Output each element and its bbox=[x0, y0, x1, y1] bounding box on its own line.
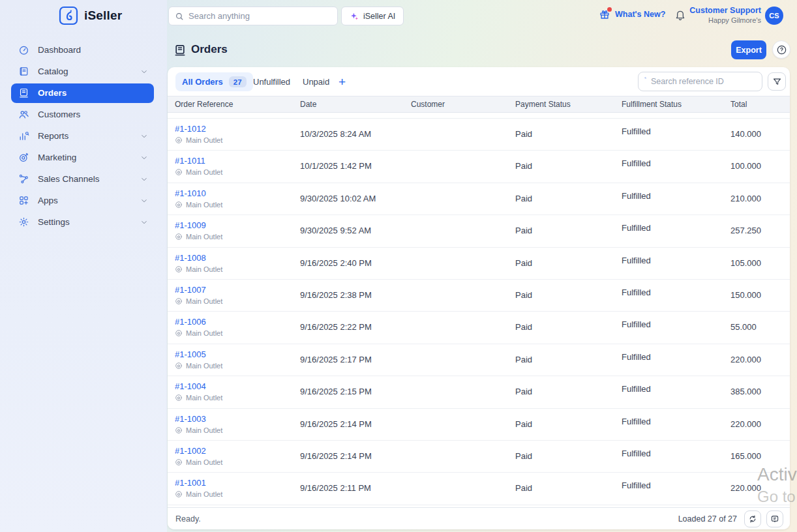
filter-button[interactable] bbox=[768, 72, 786, 91]
order-reference-link[interactable]: #1-1004 bbox=[175, 381, 206, 391]
order-reference-link[interactable]: #1-1007 bbox=[175, 285, 206, 295]
store-icon bbox=[175, 490, 183, 498]
table-row[interactable]: #1-1009Main Outlet9/30/2025 9:52 AMPaidF… bbox=[168, 215, 790, 247]
tabs-row: All Orders 27 Unfulfilled Unpaid + bbox=[168, 67, 790, 96]
export-button[interactable]: Export bbox=[731, 40, 766, 59]
search-icon bbox=[644, 77, 646, 86]
order-reference-link[interactable]: #1-1002 bbox=[175, 446, 206, 456]
fulfillment-status: Fulfilled bbox=[622, 480, 651, 490]
sidebar-item-reports[interactable]: Reports bbox=[11, 125, 154, 147]
refresh-button[interactable] bbox=[744, 510, 761, 527]
avatar[interactable]: CS bbox=[765, 7, 783, 25]
table-row[interactable]: #1-1004Main Outlet9/16/2025 2:15 PMPaidF… bbox=[168, 376, 790, 408]
status-bar: Ready. Loaded 27 of 27 bbox=[168, 507, 790, 529]
sidebar-item-label: Orders bbox=[38, 88, 67, 98]
order-date: 9/16/2025 2:38 PM bbox=[300, 290, 372, 300]
table-row[interactable]: #1-1012Main Outlet10/3/2025 8:24 AMPaidF… bbox=[168, 119, 790, 151]
table-row[interactable]: #1-1002Main Outlet9/16/2025 2:14 PMPaidF… bbox=[168, 441, 790, 473]
order-date: 10/1/2025 1:42 PM bbox=[300, 161, 372, 171]
order-reference-link[interactable]: #1-1001 bbox=[175, 478, 206, 488]
fulfillment-status: Fulfilled bbox=[622, 126, 651, 136]
store-icon bbox=[175, 265, 183, 273]
sidebar-item-orders[interactable]: Orders bbox=[11, 83, 154, 103]
order-total: 385.000 bbox=[730, 387, 761, 396]
payment-status: Paid bbox=[515, 290, 532, 300]
payment-status: Paid bbox=[515, 194, 532, 203]
sidebar-item-apps[interactable]: Apps bbox=[11, 190, 154, 211]
order-reference-link[interactable]: #1-1011 bbox=[175, 156, 205, 166]
table-row[interactable]: #1-1005Main Outlet9/16/2025 2:17 PMPaidF… bbox=[168, 344, 790, 376]
sidebar-item-label: Dashboard bbox=[38, 45, 81, 55]
outlet-label: Main Outlet bbox=[175, 490, 222, 498]
chevron-down-icon bbox=[140, 196, 149, 205]
reference-search-input[interactable] bbox=[651, 77, 756, 86]
global-search-input[interactable] bbox=[188, 11, 331, 21]
order-total: 220.000 bbox=[730, 483, 761, 493]
store-icon bbox=[175, 329, 183, 337]
tab-unpaid[interactable]: Unpaid bbox=[303, 72, 329, 91]
help-button[interactable] bbox=[772, 40, 790, 59]
order-reference-link[interactable]: #1-1009 bbox=[175, 220, 206, 230]
store-icon bbox=[175, 394, 183, 402]
outlet-label: Main Outlet bbox=[175, 329, 222, 337]
store-name: Happy Gilmore's bbox=[657, 16, 761, 24]
table-row[interactable]: #1-1001Main Outlet9/16/2025 2:11 PMPaidF… bbox=[168, 473, 790, 505]
order-total: 210.000 bbox=[730, 194, 761, 203]
order-reference-link[interactable]: #1-1008 bbox=[175, 253, 206, 263]
sidebar-item-customers[interactable]: Customers bbox=[11, 104, 154, 125]
col-date: Date bbox=[300, 100, 316, 109]
payment-status: Paid bbox=[515, 451, 532, 461]
store-icon bbox=[175, 426, 183, 434]
fulfillment-status: Fulfilled bbox=[622, 352, 651, 362]
account-name: Customer Support bbox=[657, 6, 761, 15]
sidebar-item-catalog[interactable]: Catalog bbox=[11, 61, 154, 82]
table-row[interactable]: #1-1011Main Outlet10/1/2025 1:42 PMPaidF… bbox=[168, 151, 790, 183]
loaded-count: Loaded 27 of 27 bbox=[678, 514, 737, 524]
payment-status: Paid bbox=[515, 161, 532, 171]
payment-status: Paid bbox=[515, 129, 532, 139]
order-reference-link[interactable]: #1-1010 bbox=[175, 188, 206, 198]
sidebar-item-dashboard[interactable]: Dashboard bbox=[11, 39, 154, 61]
sidebar-nav: DashboardCatalogOrdersCustomersReportsMa… bbox=[11, 39, 154, 233]
order-total: 257.250 bbox=[730, 226, 761, 235]
outlet-label: Main Outlet bbox=[175, 426, 222, 434]
table-row[interactable]: #1-1010Main Outlet9/30/2025 10:02 AMPaid… bbox=[168, 183, 790, 215]
payment-status: Paid bbox=[515, 258, 532, 268]
table-body: #1-1012Main Outlet10/3/2025 8:24 AMPaidF… bbox=[168, 119, 790, 505]
order-reference-link[interactable]: #1-1005 bbox=[175, 349, 206, 359]
search-icon bbox=[175, 12, 184, 21]
tab-all-orders[interactable]: All Orders 27 bbox=[175, 72, 253, 91]
fulfillment-status: Fulfilled bbox=[622, 288, 651, 297]
chevron-down-icon bbox=[140, 67, 149, 76]
brand-logo[interactable]: iSeller bbox=[59, 6, 122, 25]
sidebar-item-marketing[interactable]: Marketing bbox=[11, 147, 154, 168]
store-icon bbox=[175, 458, 183, 466]
sidebar-item-sales-channels[interactable]: Sales Channels bbox=[11, 168, 154, 190]
fulfillment-status: Fulfilled bbox=[622, 417, 651, 426]
gear-icon bbox=[18, 216, 29, 228]
order-reference-link[interactable]: #1-1003 bbox=[175, 414, 206, 424]
log-button[interactable] bbox=[766, 510, 783, 527]
table-row[interactable]: #1-1008Main Outlet9/16/2025 2:40 PMPaidF… bbox=[168, 248, 790, 280]
grid-icon bbox=[18, 195, 29, 206]
sidebar-item-settings[interactable]: Settings bbox=[11, 211, 154, 233]
payment-status: Paid bbox=[515, 387, 532, 396]
sidebar-item-label: Catalog bbox=[38, 66, 68, 76]
store-icon bbox=[175, 136, 183, 144]
table-row[interactable]: #1-1006Main Outlet9/16/2025 2:22 PMPaidF… bbox=[168, 312, 790, 344]
order-reference-link[interactable]: #1-1006 bbox=[175, 317, 206, 327]
order-date: 9/16/2025 2:14 PM bbox=[300, 451, 372, 461]
table-row[interactable]: #1-1007Main Outlet9/16/2025 2:38 PMPaidF… bbox=[168, 280, 790, 312]
account-menu[interactable]: Customer Support Happy Gilmore's bbox=[657, 6, 761, 24]
whats-new-button[interactable]: What's New? bbox=[599, 8, 665, 20]
order-reference-link[interactable]: #1-1012 bbox=[175, 124, 206, 134]
outlet-label: Main Outlet bbox=[175, 458, 222, 466]
order-total: 220.000 bbox=[730, 355, 761, 364]
tab-unfulfilled[interactable]: Unfulfilled bbox=[253, 72, 290, 91]
tab-all-orders-label: All Orders bbox=[182, 77, 223, 87]
outlet-label: Main Outlet bbox=[175, 201, 222, 209]
iseller-ai-button[interactable]: iSeller AI bbox=[341, 7, 404, 25]
table-row[interactable]: #1-1003Main Outlet9/16/2025 2:14 PMPaidF… bbox=[168, 409, 790, 441]
all-orders-count-badge: 27 bbox=[229, 76, 247, 87]
add-view-button[interactable]: + bbox=[338, 72, 346, 91]
